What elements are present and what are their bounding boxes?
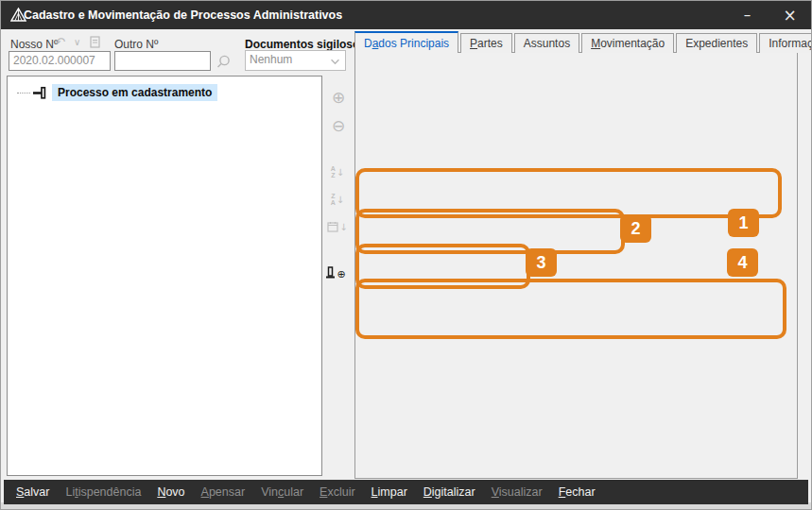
- note-icon[interactable]: [90, 36, 100, 48]
- documentos-sigilosos-label: Documentos sigilosos: [245, 38, 366, 51]
- annotation-badge-1: 1: [728, 209, 759, 237]
- sort-date-button[interactable]: ↓: [327, 217, 348, 236]
- process-tree-panel[interactable]: Processo em cadastramento: [7, 76, 322, 476]
- outro-no-label: Outro Nº: [114, 38, 158, 51]
- novo-button[interactable]: Novo: [157, 485, 184, 499]
- documentos-sigilosos-select[interactable]: Nenhum: [245, 50, 346, 71]
- gavel-add-icon: ⊕: [325, 266, 345, 280]
- tree-connector: [17, 93, 30, 94]
- chevron-down-icon[interactable]: ∨: [74, 37, 80, 47]
- tab-informacoes[interactable]: Informações: [759, 33, 812, 53]
- sort-az-button[interactable]: AZ ↓: [327, 162, 348, 181]
- title-bar: Cadastro e Movimentação de Processos Adm…: [1, 1, 811, 29]
- undo-icon[interactable]: ↶: [55, 35, 65, 49]
- tab-dados-principais[interactable]: Dados Principais: [354, 31, 458, 53]
- close-button[interactable]: ×: [769, 1, 811, 29]
- tab-partes[interactable]: Partes: [460, 33, 512, 53]
- gavel-icon: [32, 86, 48, 100]
- remove-button[interactable]: ⊖: [328, 116, 349, 135]
- nosso-no-input[interactable]: 2020.02.000007: [9, 51, 111, 71]
- tab-movimentacao[interactable]: Movimentação: [581, 33, 674, 53]
- apensar-button[interactable]: Apensar: [201, 485, 246, 499]
- chevron-down-icon: [330, 59, 340, 65]
- annotation-badge-4: 4: [727, 248, 758, 277]
- annotation-badge-3: 3: [526, 248, 557, 277]
- tab-assuntos[interactable]: Assuntos: [514, 33, 579, 53]
- nosso-no-label: Nosso Nº: [10, 38, 58, 51]
- tree-item-processo[interactable]: Processo em cadastramento: [17, 84, 217, 101]
- bottom-toolbar: Salvar Litispendência Novo Apensar Vincu…: [4, 480, 808, 504]
- tab-strip: Dados Principais Partes Assuntos Movimen…: [354, 31, 812, 53]
- annotation-badge-2: 2: [620, 214, 651, 243]
- vincular-button[interactable]: Vincular: [261, 485, 303, 499]
- new-process-button[interactable]: ⊕: [325, 264, 346, 282]
- limpar-button[interactable]: Limpar: [371, 485, 407, 499]
- add-button[interactable]: ⊕: [328, 88, 349, 107]
- sort-za-icon: ZA ↓: [331, 193, 344, 206]
- sort-za-button[interactable]: ZA ↓: [327, 190, 348, 209]
- search-outro-button[interactable]: [215, 53, 232, 70]
- window: Cadastro e Movimentação de Processos Adm…: [0, 0, 812, 510]
- minimize-button[interactable]: –: [726, 1, 769, 29]
- outro-no-input[interactable]: [114, 51, 211, 71]
- minus-circle-icon: ⊖: [332, 116, 345, 135]
- visualizar-button[interactable]: Visualizar: [492, 485, 543, 499]
- app-icon: [10, 8, 26, 23]
- digitalizar-button[interactable]: Digitalizar: [423, 485, 475, 499]
- excluir-button[interactable]: Excluir: [320, 485, 355, 499]
- documentos-sigilosos-value: Nenhum: [250, 53, 292, 66]
- fechar-button[interactable]: Fechar: [559, 485, 596, 499]
- salvar-button[interactable]: Salvar: [16, 485, 49, 499]
- window-title: Cadastro e Movimentação de Processos Adm…: [24, 8, 342, 22]
- close-icon: ×: [783, 6, 796, 25]
- plus-circle-icon: ⊕: [332, 88, 345, 107]
- calendar-sort-icon: ↓: [327, 221, 347, 232]
- tree-item-label: Processo em cadastramento: [52, 84, 217, 101]
- search-icon: [216, 54, 232, 70]
- tab-expedientes[interactable]: Expedientes: [676, 33, 757, 53]
- sort-az-icon: AZ ↓: [331, 165, 344, 178]
- minimize-icon: –: [744, 7, 752, 24]
- litispendencia-button[interactable]: Litispendência: [65, 485, 141, 499]
